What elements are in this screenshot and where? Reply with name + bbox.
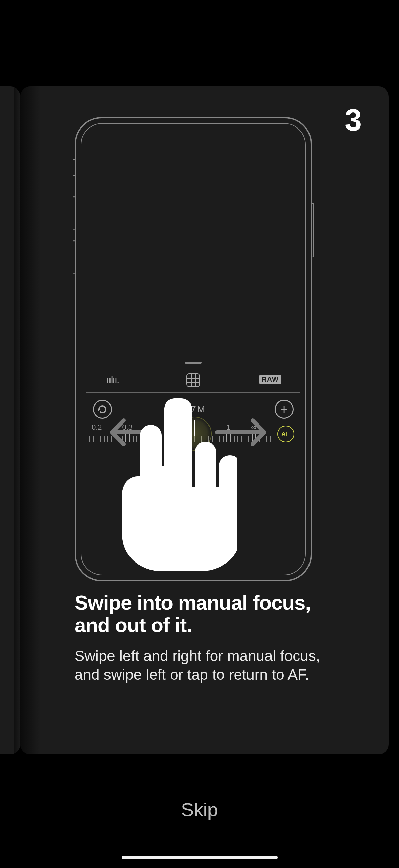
divider	[86, 392, 300, 393]
home-indicator[interactable]	[122, 856, 278, 859]
ruler-label: 0.2	[92, 423, 102, 432]
step-number: 3	[345, 103, 362, 138]
text-block: Swipe into manual focus, and out of it. …	[75, 592, 348, 684]
phone-volume-down-icon	[73, 240, 75, 274]
histogram-icon: ıılıı.	[106, 374, 119, 386]
onboarding-description: Swipe left and right for manual focus, a…	[75, 647, 348, 684]
previous-card-sliver[interactable]	[0, 86, 20, 754]
onboarding-title: Swipe into manual focus, and out of it.	[75, 592, 348, 636]
phone-power-button-icon	[311, 203, 314, 257]
raw-badge: RAW	[259, 375, 281, 384]
phone-volume-up-icon	[73, 196, 75, 230]
grid-icon	[186, 373, 200, 387]
skip-button[interactable]: Skip	[0, 798, 399, 821]
drawer-handle-icon	[185, 362, 202, 364]
onboarding-card[interactable]: 3 ıılıı. RAW 0.7M + AF 0.20.30.51∞	[20, 86, 389, 754]
phone-mute-switch-icon	[73, 159, 75, 176]
plus-icon: +	[275, 400, 294, 419]
hand-gesture-icon	[115, 395, 237, 573]
af-button: AF	[277, 426, 294, 442]
